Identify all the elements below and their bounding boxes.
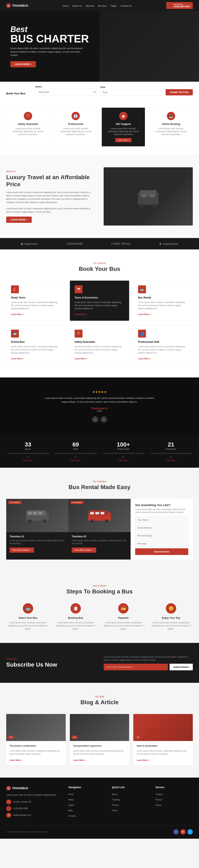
- service-link-rental[interactable]: Learn More »: [138, 313, 151, 315]
- nav-bus[interactable]: Bus Bus: [98, 5, 107, 7]
- blog-link-3[interactable]: Learn More »: [136, 759, 150, 762]
- enquiry-submit-button[interactable]: Submit Button: [135, 548, 188, 555]
- prev-button[interactable]: ‹: [92, 416, 98, 423]
- blog-link-2[interactable]: Learn More »: [73, 759, 86, 762]
- footer-bottom: © 2022 Transbus Template - All Rights Re…: [6, 826, 193, 835]
- next-button[interactable]: ›: [101, 416, 107, 423]
- feature-desc-professional: Lorem ipsum dolor sit amet, consectetur …: [58, 127, 93, 136]
- nav-home[interactable]: Home: [63, 5, 69, 7]
- achievement-projects-link[interactable]: Learn More »: [102, 459, 145, 461]
- about-title: Luxury Travel at an Affordable Price: [6, 174, 95, 188]
- vehicle-view-button-2[interactable]: View More Details ›: [72, 548, 96, 553]
- nav-about[interactable]: About Us: [73, 5, 82, 7]
- enquiry-message-input[interactable]: [135, 540, 188, 547]
- vehicle-info-2: Transbus #2 Lorem ipsum dolor sit amet, …: [69, 532, 130, 556]
- nav-links: Home About Us Services Bus Bus Pages Con…: [63, 4, 132, 7]
- feature-desc-booking: Lorem ipsum dolor sit amet, consectetur …: [154, 127, 189, 136]
- hiw-step-4: 😊 Enjoy Your Trip Lorem ipsum dolor sit …: [149, 603, 193, 630]
- blog-card-3: 06 Start to destination Lorem ipsum dolo…: [133, 714, 193, 765]
- nav-contact[interactable]: Contact Us: [120, 5, 132, 7]
- svg-point-9: [43, 520, 46, 523]
- footer-service-privacy[interactable]: Privacy: [155, 799, 162, 801]
- hiw-title-3: Payment: [102, 617, 145, 619]
- footer-quick-privacy[interactable]: Privacy: [112, 804, 119, 806]
- blog-content-1: The perfect combination Lorem ipsum dolo…: [6, 741, 66, 765]
- newsletter-content: Newsletter Subscribe Us Now: [6, 658, 95, 668]
- service-link-safety[interactable]: Learn More »: [75, 358, 87, 360]
- footer-nav-title: Navigation: [69, 786, 106, 789]
- logo-item-2: LOGIPSUM: [67, 242, 82, 245]
- footer-nav-pages[interactable]: Pages: [69, 804, 74, 806]
- blog-title-1: The perfect combination: [9, 744, 63, 747]
- blog-content-2: Transportation experience Lorem ipsum do…: [70, 741, 129, 765]
- footer-nav-home[interactable]: Home: [69, 793, 74, 796]
- blog-link-1[interactable]: Learn More »: [9, 759, 23, 762]
- footer-quick-about[interactable]: About: [112, 793, 117, 796]
- achievement-buses-desc: Lorem ipsum dolor sit amet consectetur a…: [7, 452, 49, 458]
- service-link-school[interactable]: Learn More »: [11, 358, 24, 360]
- hiw-step-3: 💳 Payment Lorem ipsum dolor sit amet, co…: [102, 603, 145, 630]
- nav-pages[interactable]: Pages: [110, 5, 117, 7]
- hiw-icon-1: 🚌: [23, 603, 33, 614]
- footer-service-terms[interactable]: Terms: [155, 804, 161, 806]
- footer-nav-blog[interactable]: Blog: [69, 809, 73, 812]
- booking-icon: 💻: [167, 112, 175, 120]
- svg-point-15: [90, 520, 94, 523]
- booking-submit-button[interactable]: Submit Button: [166, 89, 193, 95]
- blog-desc-3: Lorem ipsum dolor sit amet, consectetur …: [136, 749, 190, 755]
- footer-brand: 🚌 TRANSBUS Lorem ipsum dolor sit amet, c…: [6, 786, 62, 819]
- youtube-icon[interactable]: ▶: [180, 829, 186, 835]
- svg-rect-4: [142, 194, 146, 197]
- bus-select[interactable]: Select Bus: [35, 89, 96, 95]
- nav-services[interactable]: Services: [86, 5, 94, 7]
- logo-text: TRANSBUS: [12, 4, 28, 7]
- about-cta-button[interactable]: Learn More +: [6, 217, 32, 223]
- testimonial-quote: Lorem ipsum dolor sit amet, consectetur …: [42, 396, 157, 404]
- blog-card-2: 06 Transportation experience Lorem ipsum…: [70, 714, 129, 765]
- vehicle-desc-1: Lorem ipsum dolor sit amet, consectetur …: [9, 539, 65, 545]
- footer-quick-tracking[interactable]: Tracking: [112, 799, 120, 801]
- achievement-experience-link[interactable]: Learn More »: [149, 459, 193, 461]
- footer-service-contact[interactable]: Contact: [155, 793, 162, 796]
- achievement-buses-link[interactable]: Learn More »: [6, 459, 50, 461]
- enquiry-phone-input[interactable]: [135, 532, 188, 539]
- vehicle-view-button-1[interactable]: View More Details ›: [9, 548, 34, 553]
- date-input[interactable]: [101, 89, 162, 95]
- footer-email: ✉ mail@example.com: [6, 813, 62, 818]
- twitter-icon[interactable]: t: [187, 829, 193, 835]
- vehicle-badge-1: IN PREMIER: [8, 501, 22, 504]
- footer-service-title: Service: [155, 786, 193, 789]
- hiw-desc-3: Lorem ipsum dolor sit amet, consectetur …: [102, 621, 145, 630]
- about-image: [104, 167, 193, 225]
- blog-grid: 06 The perfect combination Lorem ipsum d…: [6, 714, 193, 765]
- call-center-button[interactable]: 📞 Call Center (+628) 0854-8240: [166, 2, 193, 9]
- enquiry-name-input[interactable]: [135, 517, 188, 523]
- facebook-icon[interactable]: f: [173, 829, 179, 835]
- service-link-tours[interactable]: Learn More »: [75, 313, 87, 315]
- footer-nav-about[interactable]: About: [69, 799, 74, 801]
- newsletter-submit-button[interactable]: Submit Button: [169, 664, 193, 670]
- service-link-professional[interactable]: Learn More »: [138, 358, 151, 360]
- newsletter-inner: Newsletter Subscribe Us Now Lorem ipsum …: [6, 655, 193, 670]
- about-image-inner: [104, 167, 193, 225]
- achievement-projects-number: 100+: [102, 441, 145, 448]
- svg-rect-19: [101, 512, 104, 515]
- professional-staff-icon: 👥: [138, 330, 146, 338]
- hero-cta-button[interactable]: Learn More +: [10, 61, 36, 67]
- hiw-desc-1: Lorem ipsum dolor sit amet, consectetur …: [6, 621, 50, 630]
- enquiry-email-input[interactable]: [135, 525, 188, 531]
- service-desc-safety: Lorem ipsum dolor sit amet, consectetur …: [75, 345, 125, 354]
- service-link-study[interactable]: Learn More »: [11, 313, 24, 315]
- newsletter-form: Lorem ipsum dolor sit amet, consectetur …: [104, 655, 193, 670]
- hiw-title-2: Booking Bus: [54, 617, 97, 619]
- logos-section: ◉ logipsum LOGIPSUM LOGO PRism ◐ logoips…: [0, 238, 199, 249]
- feature-learn-more-support[interactable]: Learn More +: [115, 138, 131, 142]
- professional-icon: 👔: [72, 112, 80, 120]
- footer-nav-contact[interactable]: Contact: [69, 815, 75, 817]
- newsletter-email-input[interactable]: [104, 664, 168, 670]
- achievement-team-link[interactable]: Learn More »: [54, 459, 97, 461]
- service-desc-rental: Lorem ipsum dolor sit amet, consectetur …: [138, 301, 188, 310]
- footer-logo-icon: 🚌: [6, 786, 11, 790]
- footer-quick-terms[interactable]: Terms: [112, 809, 118, 812]
- blog-title: Blog & Article: [6, 699, 193, 706]
